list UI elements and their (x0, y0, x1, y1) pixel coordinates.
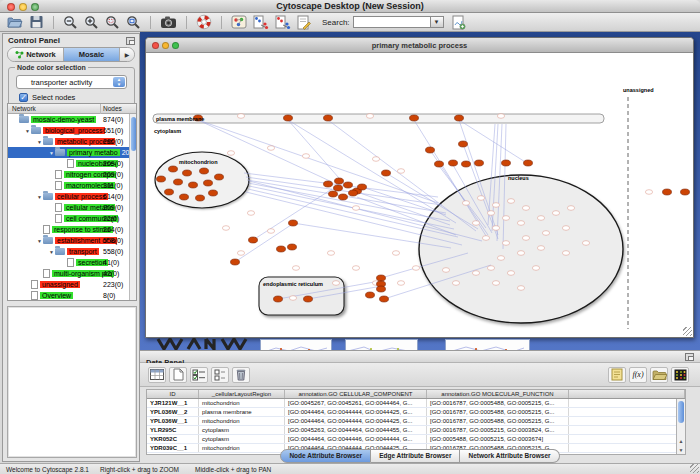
graph-node-selected[interactable] (288, 244, 297, 250)
graph-node-selected[interactable] (329, 191, 338, 197)
table-row[interactable]: YJR121W__1mitochondrion[GO:0045267, GO:0… (147, 399, 685, 408)
graph-node-unselected[interactable] (462, 201, 469, 206)
import-attributes-icon[interactable] (650, 367, 668, 383)
graph-node-selected[interactable] (274, 296, 283, 302)
graph-node-unselected[interactable] (397, 281, 404, 286)
graph-node-selected[interactable] (284, 115, 293, 121)
graph-node-unselected[interactable] (292, 266, 299, 271)
graph-node-unselected[interactable] (492, 281, 499, 286)
tab-mosaic[interactable]: Mosaic (64, 48, 120, 61)
zoom-fit-icon[interactable] (126, 14, 141, 31)
graph-node-unselected[interactable] (537, 216, 544, 221)
graph-node-unselected[interactable] (472, 271, 479, 276)
new-network-icon[interactable] (452, 14, 466, 31)
background-window[interactable] (345, 339, 418, 350)
tab-overflow-arrow[interactable]: ▶ (120, 48, 134, 61)
import-table-icon[interactable] (275, 14, 291, 31)
graph-node-unselected[interactable] (522, 236, 529, 241)
graph-node-unselected[interactable] (582, 241, 589, 246)
tree-row[interactable]: ▼cellular process614(0) (8, 191, 136, 202)
background-window[interactable] (445, 339, 530, 350)
table-row[interactable]: YPL036W__2plasma membrane[GO:0044464, GO… (147, 408, 685, 417)
tab-network[interactable]: Network (8, 48, 64, 61)
graph-node-unselected[interactable] (267, 229, 274, 234)
zoom-out-icon[interactable] (63, 14, 78, 31)
network-view-titlebar[interactable]: primary metabolic process (146, 38, 693, 53)
graph-node-selected[interactable] (459, 141, 468, 147)
graph-node-unselected[interactable] (542, 231, 549, 236)
graph-node-unselected[interactable] (392, 251, 399, 256)
function-builder-icon[interactable]: f(x) (629, 367, 647, 383)
annotation-icon[interactable] (297, 14, 311, 31)
graph-node-unselected[interactable] (352, 266, 359, 271)
graph-node-selected[interactable] (196, 195, 205, 201)
graph-node-selected[interactable] (377, 275, 386, 281)
graph-node-unselected[interactable] (487, 266, 494, 271)
graph-node-selected[interactable] (289, 220, 298, 226)
graph-node-unselected[interactable] (237, 114, 244, 119)
graph-node-selected[interactable] (344, 182, 353, 188)
tree-row[interactable]: Overview8(0) (8, 290, 136, 301)
graph-node-unselected[interactable] (567, 206, 574, 211)
delete-attribute-icon[interactable] (232, 367, 250, 383)
graph-node-unselected[interactable] (517, 286, 524, 291)
window-resize-grip[interactable] (683, 327, 692, 336)
tab-network-attribute-browser[interactable]: Network Attribute Browser (460, 449, 559, 463)
help-icon[interactable] (196, 14, 212, 31)
graph-node-selected[interactable] (183, 170, 192, 176)
graph-node-selected[interactable] (335, 178, 344, 184)
close-window-button[interactable] (7, 3, 15, 11)
graph-node-selected[interactable] (209, 190, 218, 196)
graph-node-selected[interactable] (380, 296, 389, 302)
graph-node-selected[interactable] (339, 194, 348, 200)
attribute-table-icon[interactable] (148, 367, 166, 383)
graph-node-selected[interactable] (502, 160, 511, 166)
column-header[interactable]: annotation.GO CELLULAR_COMPONENT (285, 390, 427, 398)
birds-eye-view-panel[interactable] (7, 306, 137, 458)
graph-node-unselected[interactable] (222, 226, 229, 231)
graph-node-unselected[interactable] (532, 266, 539, 271)
column-header[interactable]: ID (147, 390, 199, 398)
tree-row[interactable]: ▼metabolic process280(0) (8, 136, 136, 147)
graph-node-unselected[interactable] (562, 226, 569, 231)
tree-row[interactable]: cell communicat22(0) (8, 213, 136, 224)
select-attributes-icon[interactable] (190, 367, 208, 383)
new-attribute-icon[interactable] (169, 367, 187, 383)
graph-node-unselected[interactable] (302, 154, 309, 159)
graph-node-selected[interactable] (663, 189, 672, 195)
graph-node-selected[interactable] (180, 194, 189, 200)
graph-node-unselected[interactable] (507, 199, 514, 204)
open-folder-icon[interactable] (7, 14, 23, 31)
table-scrollbar-thumb[interactable] (678, 401, 684, 423)
graph-node-selected[interactable] (204, 180, 213, 186)
float-panel-icon[interactable] (126, 37, 135, 45)
graph-node-selected[interactable] (277, 246, 286, 252)
attribute-notes-icon[interactable] (608, 367, 626, 383)
graph-node-unselected[interactable] (327, 251, 334, 256)
graph-node-selected[interactable] (249, 237, 258, 243)
graph-node-unselected[interactable] (552, 211, 559, 216)
tree-row[interactable]: ▼biological_process651(0) (8, 125, 136, 136)
network-canvas[interactable]: plasma membrane cytoplasm mitochondrion … (146, 53, 693, 337)
node-color-dropdown[interactable]: transporter activity ▲▼ (16, 75, 127, 89)
graph-node-selected[interactable] (200, 168, 209, 174)
graph-node-unselected[interactable] (289, 296, 296, 301)
graph-node-unselected[interactable] (492, 203, 499, 208)
tree-row[interactable]: response to stimul264(0) (8, 224, 136, 235)
graph-node-unselected[interactable] (237, 251, 244, 256)
zoom-view-button[interactable] (172, 42, 179, 49)
graph-node-unselected[interactable] (452, 281, 459, 286)
tree-scrollbar[interactable] (129, 114, 136, 300)
graph-node-unselected[interactable] (227, 151, 234, 156)
graph-node-unselected[interactable] (472, 221, 479, 226)
graph-node-unselected[interactable] (645, 190, 652, 195)
graph-node-unselected[interactable] (267, 146, 274, 151)
tree-row[interactable]: nitrogen compo209(0) (8, 169, 136, 180)
tab-edge-attribute-browser[interactable]: Edge Attribute Browser (371, 449, 460, 463)
tab-node-attribute-browser[interactable]: Node Attribute Browser (280, 449, 371, 463)
graph-node-unselected[interactable] (482, 236, 489, 241)
graph-node-unselected[interactable] (492, 226, 499, 231)
graph-node-unselected[interactable] (502, 241, 509, 246)
graph-edge[interactable] (288, 120, 346, 186)
tree-row[interactable]: unassigned223(0) (8, 279, 136, 290)
